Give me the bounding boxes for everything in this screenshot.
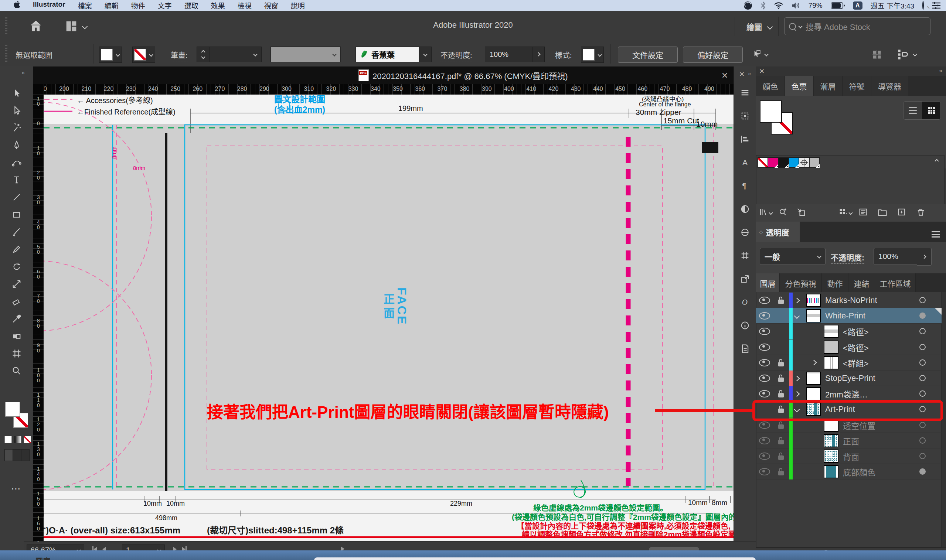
layer-name[interactable]: 正面 — [843, 433, 859, 448]
lock-cell[interactable] — [773, 340, 790, 355]
canvas[interactable]: ← Accessories(參考線) ←Finished Reference(成… — [33, 95, 733, 541]
lock-cell[interactable] — [773, 386, 790, 402]
visibility-cell[interactable] — [756, 292, 773, 308]
swatches-fill-chip[interactable] — [760, 100, 782, 123]
menubar-item-7[interactable]: 檢視 — [237, 0, 252, 10]
toolbar-expand-icon[interactable]: » — [22, 69, 25, 76]
eye-icon[interactable] — [759, 343, 770, 351]
layer-thumbnail[interactable] — [824, 434, 838, 447]
lock-cell[interactable] — [773, 371, 790, 386]
target-circle[interactable] — [920, 344, 926, 350]
rectangle-tool[interactable] — [5, 206, 29, 223]
expand-right-icon[interactable] — [793, 386, 800, 402]
target-circle[interactable] — [920, 437, 926, 444]
visibility-cell[interactable] — [756, 433, 773, 448]
new-swatch[interactable] — [897, 207, 907, 219]
layer-tab-0[interactable]: 圖層 — [756, 273, 780, 293]
target-circle[interactable] — [920, 359, 926, 366]
transparency-menu-icon[interactable] — [932, 231, 940, 232]
eye-icon[interactable] — [759, 390, 770, 397]
document-tab[interactable]: 2020120316444167.pdf* @ 66.67% (CMYK/疊印預… — [33, 66, 756, 85]
swatch-registration[interactable] — [799, 157, 809, 168]
swatch-none[interactable] — [758, 157, 768, 168]
swatch-tab-3[interactable]: 符號 — [843, 76, 871, 96]
layer-thumbnail[interactable] — [806, 294, 821, 307]
transparency-opacity-field[interactable]: 100% — [874, 248, 917, 265]
transparency-expand-button[interactable] — [917, 248, 932, 266]
visibility-cell[interactable] — [756, 386, 773, 402]
style-label[interactable]: 樣式: — [555, 49, 572, 61]
transform-panel[interactable] — [740, 111, 750, 122]
list-view-icon[interactable] — [903, 102, 922, 119]
lock-icon[interactable] — [778, 471, 784, 475]
eyedropper-tool[interactable] — [5, 311, 29, 327]
swatch-gray[interactable] — [809, 157, 820, 168]
toolbar-fill-chip[interactable] — [5, 402, 20, 417]
target-circle[interactable] — [920, 468, 926, 475]
vertical-ruler[interactable]: 1 001 02 03 04 05 06 07 08 09 01 0 01 1 … — [33, 95, 44, 541]
swatch-tab-1[interactable]: 色票 — [785, 76, 814, 96]
fill-swatch[interactable] — [101, 49, 113, 61]
visibility-cell[interactable] — [756, 355, 773, 371]
menubar-item-9[interactable]: 說明 — [291, 0, 305, 10]
lock-icon[interactable] — [778, 393, 784, 397]
lock-cell[interactable] — [773, 292, 790, 308]
layer-row[interactable]: <群組> — [756, 355, 941, 371]
swatch-libraries-menu[interactable] — [758, 207, 772, 219]
selection-tool[interactable] — [5, 85, 29, 101]
layer-row[interactable]: 正面 — [756, 433, 941, 448]
visibility-cell[interactable] — [756, 324, 773, 339]
workspace-switcher[interactable]: 繪圖 — [746, 21, 772, 32]
layer-thumbnail[interactable] — [806, 387, 821, 400]
opentype-panel[interactable]: O — [740, 297, 750, 308]
expand-down-icon[interactable] — [793, 308, 800, 324]
expand-right-icon[interactable] — [793, 371, 800, 386]
layer-thumbnail[interactable] — [806, 309, 821, 323]
line-segment-tool[interactable] — [5, 189, 29, 205]
layer-name[interactable]: White-Print — [825, 308, 866, 324]
menubar-clock[interactable]: 週五 下午3:43 — [871, 0, 914, 10]
eye-icon[interactable] — [759, 328, 770, 335]
layer-name[interactable]: 2mm袋邊… — [825, 386, 867, 402]
lock-icon[interactable] — [778, 377, 784, 382]
lock-cell[interactable] — [773, 402, 790, 417]
type-tool[interactable] — [5, 172, 29, 188]
style-swatch[interactable] — [583, 49, 595, 61]
layer-name[interactable]: Marks-NoPrint — [825, 292, 877, 308]
swatch-tab-0[interactable]: 顏色 — [756, 76, 785, 96]
lock-icon[interactable] — [778, 409, 784, 413]
grid-view-icon[interactable] — [922, 102, 940, 119]
stroke-weight-select[interactable] — [210, 46, 262, 62]
menubar-item-8[interactable]: 視窗 — [264, 0, 278, 10]
menubar-item-2[interactable]: 編輯 — [105, 0, 119, 10]
swatch-magenta[interactable] — [768, 157, 778, 168]
add-from-library[interactable] — [796, 207, 806, 219]
layer-row[interactable]: Art-Print — [756, 402, 941, 417]
paintbrush-tool[interactable] — [5, 224, 29, 240]
swatch-tab-4[interactable]: 導覽器 — [871, 76, 908, 96]
menubar-item-3[interactable]: 物件 — [131, 0, 145, 10]
bluetooth-icon[interactable] — [761, 2, 766, 9]
eye-icon[interactable] — [759, 297, 770, 304]
layer-thumbnail[interactable] — [806, 372, 821, 385]
layer-name[interactable]: 底部顏色 — [843, 464, 875, 480]
layer-thumbnail[interactable] — [824, 465, 838, 478]
toolbar-more-icon[interactable]: ⋯ — [11, 483, 22, 495]
menubar-item-4[interactable]: 文字 — [158, 0, 172, 10]
layers-scrollbar[interactable] — [941, 292, 946, 548]
panel-collapse-icon[interactable]: « — [939, 67, 941, 74]
input-method-indicator[interactable]: A — [853, 2, 863, 9]
layer-row[interactable]: <路徑> — [756, 324, 941, 339]
control-center-icon[interactable] — [932, 2, 941, 9]
new-color-group[interactable] — [877, 207, 887, 219]
layer-tab-3[interactable]: 連結 — [849, 273, 875, 293]
menubar-item-app[interactable]: Illustrator — [33, 0, 65, 10]
visibility-cell[interactable] — [756, 402, 773, 417]
layer-tab-1[interactable]: 分色預視 — [780, 273, 822, 293]
info-panel[interactable] — [740, 320, 750, 331]
dock-close-icon[interactable]: ✕ — [739, 70, 744, 78]
brush-select-chevron[interactable] — [419, 46, 431, 62]
layer-row[interactable]: Marks-NoPrint — [756, 292, 941, 308]
layer-row[interactable]: StopEye-Print — [756, 371, 941, 386]
visibility-cell[interactable] — [756, 340, 773, 355]
